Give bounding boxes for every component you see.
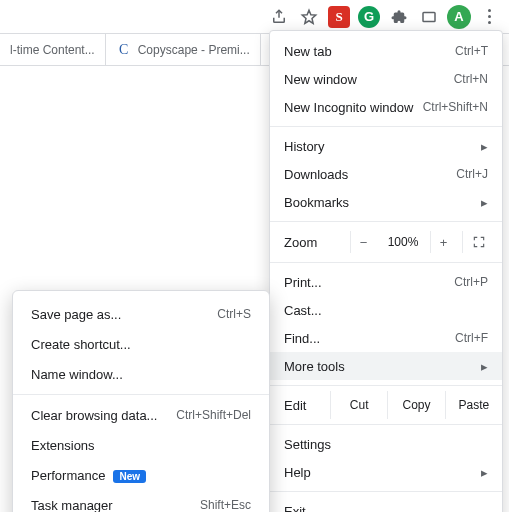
menu-accel: Shift+Esc	[200, 498, 251, 512]
separator	[270, 262, 502, 263]
menu-bookmarks[interactable]: Bookmarks ▸	[270, 188, 502, 216]
new-badge: New	[113, 470, 146, 483]
menu-label: Clear browsing data...	[31, 408, 176, 423]
submenu-clear-data[interactable]: Clear browsing data... Ctrl+Shift+Del	[13, 400, 269, 430]
menu-accel: Ctrl+F	[455, 331, 488, 345]
submenu-extensions[interactable]: Extensions	[13, 430, 269, 460]
share-icon[interactable]	[265, 3, 293, 31]
submenu-name-window[interactable]: Name window...	[13, 359, 269, 389]
menu-downloads[interactable]: Downloads Ctrl+J	[270, 160, 502, 188]
extension-s[interactable]: S	[325, 3, 353, 31]
menu-label: Save page as...	[31, 307, 217, 322]
profile-avatar[interactable]: A	[445, 3, 473, 31]
zoom-out-button[interactable]: −	[350, 231, 376, 253]
ext-s-letter: S	[328, 6, 350, 28]
menu-find[interactable]: Find... Ctrl+F	[270, 324, 502, 352]
menu-accel: Ctrl+P	[454, 275, 488, 289]
avatar-letter: A	[447, 5, 471, 29]
more-tools-submenu: Save page as... Ctrl+S Create shortcut..…	[12, 290, 270, 512]
menu-accel: Ctrl+S	[217, 307, 251, 321]
menu-label: More tools	[284, 359, 475, 374]
submenu-task-manager[interactable]: Task manager Shift+Esc	[13, 490, 269, 512]
chevron-right-icon: ▸	[481, 359, 488, 374]
menu-accel: Ctrl+Shift+N	[423, 100, 488, 114]
extensions-puzzle-icon[interactable]	[385, 3, 413, 31]
fullscreen-button[interactable]	[462, 231, 494, 253]
separator	[270, 385, 502, 386]
separator	[270, 424, 502, 425]
menu-label: PerformanceNew	[31, 468, 251, 483]
menu-accel: Ctrl+T	[455, 44, 488, 58]
menu-more-tools[interactable]: More tools ▸	[270, 352, 502, 380]
chevron-right-icon: ▸	[481, 139, 488, 154]
menu-incognito[interactable]: New Incognito window Ctrl+Shift+N	[270, 93, 502, 121]
menu-cast[interactable]: Cast...	[270, 296, 502, 324]
edit-cut-button[interactable]: Cut	[330, 391, 387, 419]
favicon-copyscape-icon: C	[116, 42, 132, 58]
menu-edit-row: Edit Cut Copy Paste	[270, 391, 502, 419]
chevron-right-icon: ▸	[481, 465, 488, 480]
menu-label: Create shortcut...	[31, 337, 251, 352]
menu-accel: Ctrl+J	[456, 167, 488, 181]
browser-toolbar: S G A	[0, 0, 509, 34]
menu-label: Find...	[284, 331, 455, 346]
submenu-save-page[interactable]: Save page as... Ctrl+S	[13, 299, 269, 329]
menu-label: New Incognito window	[284, 100, 423, 115]
menu-label: Bookmarks	[284, 195, 475, 210]
svg-marker-0	[302, 10, 316, 23]
tab-item[interactable]: l-time Content...	[0, 34, 106, 65]
menu-label: Extensions	[31, 438, 251, 453]
menu-new-window[interactable]: New window Ctrl+N	[270, 65, 502, 93]
menu-history[interactable]: History ▸	[270, 132, 502, 160]
edit-paste-button[interactable]: Paste	[445, 391, 502, 419]
menu-label: Help	[284, 465, 475, 480]
menu-label: New window	[284, 72, 454, 87]
zoom-label: Zoom	[284, 235, 344, 250]
menu-label: Settings	[284, 437, 488, 452]
menu-label: Print...	[284, 275, 454, 290]
menu-zoom-row: Zoom − 100% +	[270, 227, 502, 257]
menu-label: Exit	[284, 504, 488, 513]
separator	[270, 126, 502, 127]
tab-label: l-time Content...	[10, 43, 95, 57]
menu-help[interactable]: Help ▸	[270, 458, 502, 486]
menu-label: New tab	[284, 44, 455, 59]
svg-rect-1	[423, 12, 435, 21]
menu-label: Cast...	[284, 303, 488, 318]
bookmark-star-icon[interactable]	[295, 3, 323, 31]
chevron-right-icon: ▸	[481, 195, 488, 210]
zoom-in-button[interactable]: +	[430, 231, 456, 253]
tab-overview-icon[interactable]	[415, 3, 443, 31]
extension-g[interactable]: G	[355, 3, 383, 31]
tab-label: Copyscape - Premi...	[138, 43, 250, 57]
submenu-create-shortcut[interactable]: Create shortcut...	[13, 329, 269, 359]
kebab-icon	[488, 9, 491, 24]
main-menu: New tab Ctrl+T New window Ctrl+N New Inc…	[269, 30, 503, 512]
ext-g-letter: G	[358, 6, 380, 28]
edit-label: Edit	[270, 391, 330, 419]
separator	[13, 394, 269, 395]
main-menu-button[interactable]	[475, 3, 503, 31]
menu-accel: Ctrl+Shift+Del	[176, 408, 251, 422]
menu-label: History	[284, 139, 475, 154]
menu-accel: Ctrl+N	[454, 72, 488, 86]
menu-label: Name window...	[31, 367, 251, 382]
menu-exit[interactable]: Exit	[270, 497, 502, 512]
edit-copy-button[interactable]: Copy	[387, 391, 444, 419]
tab-item[interactable]: C Copyscape - Premi...	[106, 34, 261, 65]
menu-print[interactable]: Print... Ctrl+P	[270, 268, 502, 296]
separator	[270, 221, 502, 222]
zoom-value: 100%	[380, 235, 426, 249]
address-bar-edge	[6, 3, 18, 31]
separator	[270, 491, 502, 492]
menu-settings[interactable]: Settings	[270, 430, 502, 458]
menu-label: Downloads	[284, 167, 456, 182]
submenu-performance[interactable]: PerformanceNew	[13, 460, 269, 490]
menu-new-tab[interactable]: New tab Ctrl+T	[270, 37, 502, 65]
menu-label: Task manager	[31, 498, 200, 513]
